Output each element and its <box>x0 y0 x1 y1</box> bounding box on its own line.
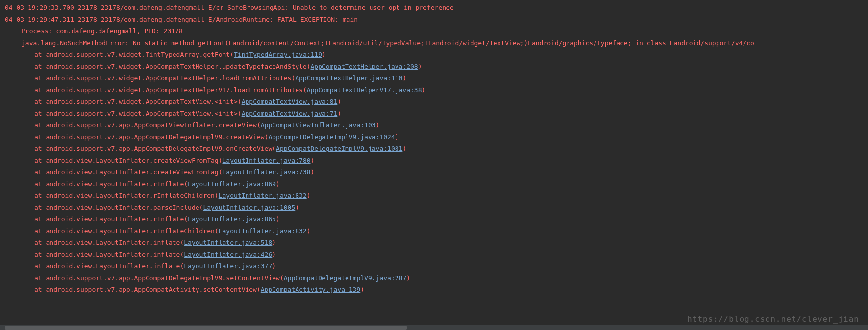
stack-at-prefix: at <box>34 192 46 199</box>
log-header-text: 04-03 19:29:47.311 23178-23178/com.dafen… <box>5 16 358 23</box>
stack-at-prefix: at <box>34 98 46 105</box>
source-link[interactable]: LayoutInflater.java:832 <box>219 227 307 235</box>
close-paren: ) <box>276 215 280 223</box>
log-line[interactable]: at android.support.v7.widget.AppCompatTe… <box>5 108 863 119</box>
stack-method: android.view.LayoutInflater.rInflateChil… <box>46 192 214 199</box>
log-line[interactable]: at android.view.LayoutInflater.rInflateC… <box>5 225 863 237</box>
stack-at-prefix: at <box>34 63 46 70</box>
source-link[interactable]: AppCompatTextView.java:71 <box>242 110 338 117</box>
close-paren: ) <box>322 51 326 58</box>
log-line[interactable]: at android.support.v7.widget.AppCompatTe… <box>5 96 863 108</box>
source-link[interactable]: LayoutInflater.java:832 <box>219 192 307 199</box>
log-line[interactable]: at android.support.v7.widget.AppCompatTe… <box>5 72 863 84</box>
stack-method: android.view.LayoutInflater.createViewFr… <box>46 168 218 176</box>
log-line[interactable]: at android.support.v7.widget.AppCompatTe… <box>5 61 863 72</box>
close-paren: ) <box>418 63 422 70</box>
stack-at-prefix: at <box>34 121 46 129</box>
stack-method: android.support.v7.widget.AppCompatTextV… <box>46 98 237 105</box>
log-line[interactable]: 04-03 19:29:33.700 23178-23178/com.dafen… <box>5 2 863 14</box>
source-link[interactable]: AppCompatDelegateImplV9.java:1081 <box>276 145 402 152</box>
source-link[interactable]: AppCompatTextView.java:81 <box>242 98 338 105</box>
stack-at-prefix: at <box>34 251 46 258</box>
stack-method: android.view.LayoutInflater.createViewFr… <box>46 157 218 164</box>
log-line[interactable]: at android.view.LayoutInflater.createVie… <box>5 166 863 178</box>
log-line[interactable]: 04-03 19:29:47.311 23178-23178/com.dafen… <box>5 14 863 25</box>
close-paren: ) <box>406 274 410 282</box>
source-link[interactable]: AppCompatDelegateImplV9.java:287 <box>284 274 406 282</box>
open-paren: ( <box>238 110 242 117</box>
open-paren: ( <box>219 168 223 176</box>
stack-method: android.support.v7.app.AppCompatViewInfl… <box>46 121 256 129</box>
log-line[interactable]: at android.view.LayoutInflater.inflate(L… <box>5 249 863 260</box>
source-link[interactable]: AppCompatTextHelper.java:110 <box>295 74 402 82</box>
source-link[interactable]: LayoutInflater.java:518 <box>184 239 272 246</box>
stack-method: android.support.v7.widget.AppCompatTextH… <box>46 63 306 70</box>
log-line[interactable]: at android.view.LayoutInflater.rInflate(… <box>5 178 863 190</box>
log-line[interactable]: at android.view.LayoutInflater.rInflate(… <box>5 213 863 225</box>
log-line[interactable]: at android.view.LayoutInflater.inflate(L… <box>5 260 863 272</box>
log-text: Process: com.dafeng.dafengmall, PID: 231… <box>22 27 183 35</box>
source-link[interactable]: LayoutInflater.java:738 <box>223 168 311 176</box>
stack-method: android.support.v7.widget.AppCompatTextH… <box>46 86 302 94</box>
log-line[interactable]: at android.view.LayoutInflater.rInflateC… <box>5 190 863 202</box>
source-link[interactable]: LayoutInflater.java:865 <box>188 215 276 223</box>
log-line[interactable]: java.lang.NoSuchMethodError: No static m… <box>5 37 863 49</box>
source-link[interactable]: AppCompatViewInflater.java:103 <box>261 121 376 129</box>
source-link[interactable]: AppCompatDelegateImplV9.java:1024 <box>268 133 395 141</box>
log-line[interactable]: at android.view.LayoutInflater.parseIncl… <box>5 202 863 213</box>
stack-at-prefix: at <box>34 274 46 282</box>
log-line[interactable]: at android.view.LayoutInflater.createVie… <box>5 155 863 166</box>
open-paren: ( <box>215 192 219 199</box>
stack-method: android.support.v7.widget.AppCompatTextV… <box>46 110 237 117</box>
source-link[interactable]: LayoutInflater.java:1005 <box>203 204 295 211</box>
source-link[interactable]: LayoutInflater.java:869 <box>188 180 276 188</box>
source-link[interactable]: AppCompatTextHelperV17.java:38 <box>307 86 422 94</box>
close-paren: ) <box>376 121 380 129</box>
stack-method: android.support.v7.app.AppCompatDelegate… <box>46 145 272 152</box>
log-header-text: 04-03 19:29:33.700 23178-23178/com.dafen… <box>5 4 454 11</box>
stack-method: android.view.LayoutInflater.rInflate <box>46 180 184 188</box>
stack-at-prefix: at <box>34 145 46 152</box>
source-link[interactable]: LayoutInflater.java:426 <box>184 251 272 258</box>
log-line[interactable]: at android.support.v7.app.AppCompatDeleg… <box>5 272 863 284</box>
source-link[interactable]: AppCompatActivity.java:139 <box>261 286 361 293</box>
open-paren: ( <box>272 145 276 152</box>
open-paren: ( <box>307 63 311 70</box>
log-line[interactable]: at android.support.v7.widget.AppCompatTe… <box>5 84 863 96</box>
stack-method: android.support.v7.app.AppCompatActivity… <box>46 286 256 293</box>
close-paren: ) <box>272 262 276 270</box>
close-paren: ) <box>422 86 426 94</box>
stack-at-prefix: at <box>34 262 46 270</box>
stack-method: android.view.LayoutInflater.rInflate <box>46 215 184 223</box>
close-paren: ) <box>311 168 315 176</box>
log-line[interactable]: Process: com.dafeng.dafengmall, PID: 231… <box>5 25 863 37</box>
open-paren: ( <box>184 180 188 188</box>
logcat-output[interactable]: 04-03 19:29:33.700 23178-23178/com.dafen… <box>0 0 868 301</box>
close-paren: ) <box>272 239 276 246</box>
stack-method: android.support.v7.widget.AppCompatTextH… <box>46 74 291 82</box>
open-paren: ( <box>184 215 188 223</box>
stack-at-prefix: at <box>34 133 46 141</box>
log-line[interactable]: at android.support.v7.app.AppCompatActiv… <box>5 284 863 296</box>
close-paren: ) <box>337 98 341 105</box>
source-link[interactable]: LayoutInflater.java:780 <box>223 157 311 164</box>
log-line[interactable]: at android.support.v7.app.AppCompatDeleg… <box>5 131 863 143</box>
stack-at-prefix: at <box>34 286 46 293</box>
stack-at-prefix: at <box>34 180 46 188</box>
stack-at-prefix: at <box>34 215 46 223</box>
stack-at-prefix: at <box>34 157 46 164</box>
open-paren: ( <box>215 227 219 235</box>
stack-at-prefix: at <box>34 168 46 176</box>
close-paren: ) <box>402 74 406 82</box>
open-paren: ( <box>257 286 261 293</box>
log-line[interactable]: at android.support.v7.app.AppCompatDeleg… <box>5 143 863 155</box>
stack-method: android.support.v7.widget.TintTypedArray… <box>46 51 230 58</box>
log-line[interactable]: at android.view.LayoutInflater.inflate(L… <box>5 237 863 249</box>
close-paren: ) <box>307 192 311 199</box>
log-line[interactable]: at android.support.v7.app.AppCompatViewI… <box>5 119 863 131</box>
source-link[interactable]: AppCompatTextHelper.java:208 <box>311 63 418 70</box>
source-link[interactable]: LayoutInflater.java:377 <box>184 262 272 270</box>
source-link[interactable]: TintTypedArray.java:119 <box>234 51 322 58</box>
open-paren: ( <box>280 274 284 282</box>
log-line[interactable]: at android.support.v7.widget.TintTypedAr… <box>5 49 863 61</box>
